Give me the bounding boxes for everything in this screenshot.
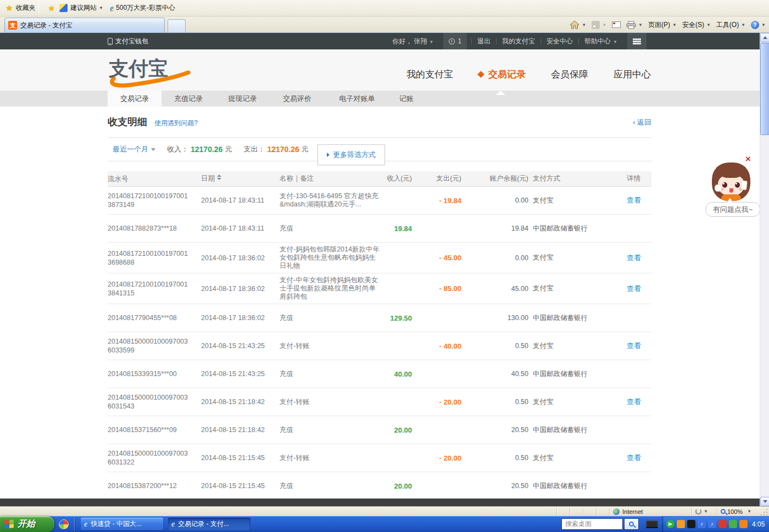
view-detail-link[interactable]: 查看 [627,254,641,262]
row-method: 支付宝 [528,284,626,293]
period-dropdown[interactable]: 最近一个月 [113,144,148,154]
apps-menu-button[interactable] [627,33,647,49]
wallet-link[interactable]: 支付宝钱包 [108,37,148,46]
view-detail-link[interactable]: 查看 [627,453,641,462]
status-bar: Internet ▼ 100% ▼ [0,506,769,516]
read-mail-button[interactable] [612,21,621,28]
favorites-link-lottery[interactable]: 500万大奖-彩票中心 [116,3,175,13]
desktop-search-input[interactable]: 搜索桌面 [561,518,623,530]
table-row: 20140815000010009700360313222014-08-15 2… [108,444,651,472]
home-button[interactable]: ▼ [570,20,586,29]
notification-bell[interactable]: 1 [443,33,467,49]
suggested-sites-link[interactable]: 建议网站 [70,3,97,13]
table-row: 20140815387200***122014-08-15 21:15:45充值… [108,472,651,500]
subnav-transactions[interactable]: 交易记录 [108,91,161,107]
logout-link[interactable]: 退出 [477,37,491,46]
row-balance: 45.00 [461,285,528,293]
task-button-2[interactable]: e 交易记录 - 支付... [168,518,250,530]
player-icon[interactable]: ▶ [666,520,675,528]
home-icon [570,20,579,29]
search-button[interactable] [624,518,639,530]
assistant-bubble[interactable]: 有问题点我~ [705,202,760,217]
expense-total: 12170.26 [267,145,299,154]
mail-icon [612,21,621,28]
scroll-down-button[interactable] [760,497,769,506]
menu-icon [633,38,641,44]
row-serial: 20140815339315***00 [108,369,190,378]
row-description: 支付-转账 [280,398,382,406]
browser-quicklaunch-icon[interactable] [59,519,69,529]
messenger-icon[interactable] [677,520,685,528]
subnav-statement[interactable]: 电子对账单 [325,91,389,107]
tools-menu[interactable]: 工具(O)▼ [716,20,745,30]
zoom-refresh[interactable]: ▼ [692,508,717,516]
scrollbar-thumb[interactable] [760,43,769,135]
page-menu[interactable]: 页面(P)▼ [648,20,677,30]
diamond-icon [477,71,484,78]
help-center-link[interactable]: 帮助中心▼ [584,37,617,46]
more-filters-button[interactable]: 更多筛选方式 [317,144,385,165]
subnav-withdraw[interactable]: 提现记录 [215,91,270,107]
favorites-star-icon[interactable]: ★ [5,3,13,13]
favorites-label[interactable]: 收藏夹 [15,3,35,13]
start-button[interactable]: 开始 [0,516,54,532]
subnav-bookkeeping[interactable]: 记账 [389,91,423,107]
back-link[interactable]: ‹ 返回 [633,117,651,127]
music-icon[interactable]: ♪ [698,520,706,528]
main-nav: 我的支付宝 交易记录 会员保障 应用中心 [381,68,651,81]
globe-icon [613,508,620,515]
task-button-1[interactable]: e 快速贷 - 中国大... [81,518,163,530]
nav-app-center[interactable]: 应用中心 [614,68,651,81]
my-alipay-link[interactable]: 我的支付宝 [502,37,535,46]
shield-icon[interactable] [739,520,748,528]
zoom-control[interactable]: 100% ▼ [717,508,761,516]
assistant-avatar[interactable] [712,163,750,201]
print-button[interactable]: ▼ [626,21,643,29]
view-detail-link[interactable]: 查看 [627,397,641,406]
table-row: 20140815371560***092014-08-15 21:18:42充值… [108,416,651,444]
row-date: 2014-08-17 18:36:02 [201,314,278,322]
security-center-link[interactable]: 安全中心 [547,37,573,46]
browser-tab[interactable]: 支 交易记录 - 支付宝 [4,18,165,32]
green-icon[interactable] [729,520,737,528]
close-icon[interactable]: × [745,154,751,165]
row-description: 支付-130-5416-6495 官方超快充&mdash;湖南联通20元手... [280,192,382,209]
subnav-review[interactable]: 交易评价 [270,91,325,107]
table-row: 20140815000010009700360315432014-08-15 2… [108,388,651,416]
feeds-button[interactable]: ▼ [592,21,606,29]
view-detail-link[interactable]: 查看 [627,284,641,293]
row-date: 2014-08-15 21:18:42 [201,398,278,406]
music2-icon[interactable]: ♪ [708,520,716,528]
row-method: 中国邮政储蓄银行 [528,313,626,323]
row-detail: 查看 [626,284,651,294]
site-header: 支付宝 我的支付宝 交易记录 会员保障 应用中心 [0,49,760,91]
safety-menu[interactable]: 安全(S)▼ [682,20,711,30]
row-balance: 19.84 [461,225,528,232]
scroll-up-button[interactable] [760,33,769,42]
chevron-down-icon[interactable]: ▼ [99,5,103,10]
user-greeting[interactable]: 你好， 张翔▼ [392,37,433,46]
nav-member-protection[interactable]: 会员保障 [551,68,588,81]
help-menu[interactable]: ?▼ [751,21,766,29]
row-date: 2014-08-17 18:36:02 [201,285,278,293]
help-link[interactable]: 使用遇到问题? [154,119,198,127]
security-zone: Internet [609,508,692,516]
qq-icon[interactable] [687,520,695,528]
row-description: 充值 [280,370,382,378]
keyboard-icon[interactable] [646,520,658,528]
ie-icon: e [84,520,87,529]
view-detail-link[interactable]: 查看 [627,196,641,204]
row-serial: 2014081500001000970036031322 [108,449,190,467]
phone-icon[interactable] [718,520,727,528]
alipay-logo[interactable]: 支付宝 [106,55,197,89]
subnav-recharge[interactable]: 充值记录 [161,91,215,107]
new-tab-button[interactable] [168,19,186,32]
view-detail-link[interactable]: 查看 [627,341,641,350]
col-date[interactable]: 日期 [201,174,278,183]
row-expense: - 19.84 [412,197,461,205]
row-detail: 查看 [626,397,651,407]
add-favorites-icon[interactable]: ★ [48,4,55,13]
nav-my-alipay[interactable]: 我的支付宝 [406,68,453,81]
nav-transactions[interactable]: 交易记录 [478,68,526,81]
vertical-scrollbar[interactable] [760,33,769,506]
